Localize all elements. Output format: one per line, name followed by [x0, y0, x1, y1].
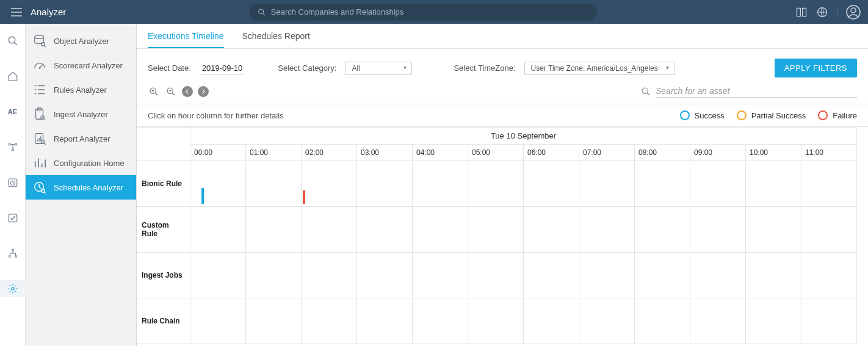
execution-bar-success[interactable] [201, 188, 204, 204]
timeline-cell[interactable] [190, 161, 246, 207]
rail-gear-icon[interactable] [0, 280, 26, 297]
timeline-cell[interactable] [246, 298, 302, 344]
hour-header[interactable]: 07:00 [579, 145, 635, 161]
category-select[interactable]: All [345, 62, 412, 75]
hour-header[interactable]: 01:00 [246, 145, 302, 161]
sidebar-item-scorecard-analyzer[interactable]: Scorecard Analyzer [26, 53, 136, 77]
timeline-cell[interactable] [468, 298, 524, 344]
timeline-cell[interactable] [190, 298, 246, 344]
partial-ring-icon [737, 110, 747, 120]
global-search-input[interactable] [271, 7, 589, 16]
hamburger-menu-icon[interactable] [7, 8, 26, 16]
timeline-cell[interactable] [579, 253, 635, 298]
timeline-cell[interactable] [413, 298, 468, 344]
timeline-cell[interactable] [413, 161, 468, 207]
rail-path-icon[interactable] [0, 139, 26, 156]
timeline-cell[interactable] [190, 253, 246, 298]
timeline-cell[interactable] [801, 161, 857, 207]
timeline-cell[interactable] [190, 207, 246, 253]
timeline-cell[interactable] [690, 253, 746, 298]
timeline-cell[interactable] [357, 161, 413, 207]
book-icon[interactable] [795, 6, 808, 18]
timeline-cell[interactable] [357, 253, 413, 298]
rail-check-icon[interactable] [0, 209, 26, 226]
timeline-cell[interactable] [524, 161, 579, 207]
hour-header[interactable]: 09:00 [690, 145, 746, 161]
timeline-cell[interactable] [468, 253, 524, 298]
timeline-cell[interactable] [302, 207, 357, 253]
timeline-cell[interactable] [746, 207, 801, 253]
timeline-cell[interactable] [801, 298, 857, 344]
sidebar-item-schedules-analyzer[interactable]: Schedules Analyzer [26, 175, 136, 200]
timeline-cell[interactable] [635, 253, 690, 298]
timeline-cell[interactable] [413, 253, 468, 298]
apply-filters-button[interactable]: APPLY FILTERS [775, 59, 857, 77]
timeline-cell[interactable] [801, 253, 857, 298]
sidebar-item-report-analyzer[interactable]: Report Analyzer [26, 126, 136, 151]
sidebar-item-object-analyzer[interactable]: Object Analyzer [26, 29, 136, 53]
timeline-cell[interactable] [690, 207, 746, 253]
rail-org-icon[interactable] [0, 245, 26, 262]
timeline-cell[interactable] [524, 253, 579, 298]
hour-header[interactable]: 03:00 [357, 145, 413, 161]
zoom-out-icon[interactable] [165, 85, 177, 98]
sidebar-item-rules-analyzer[interactable]: Rules Analyzer [26, 77, 136, 102]
timeline-cell[interactable] [579, 207, 635, 253]
timeline-cell[interactable] [468, 161, 524, 207]
rail-ae-text[interactable]: AE [0, 103, 26, 120]
timeline-cell[interactable] [246, 207, 302, 253]
timeline-cell[interactable] [579, 298, 635, 344]
hour-header[interactable]: 04:00 [413, 145, 468, 161]
search-icon [641, 87, 651, 96]
tab-executions-timeline[interactable]: Executions Timeline [148, 31, 224, 48]
timeline-cell[interactable] [302, 161, 357, 207]
timeline-cell[interactable] [746, 253, 801, 298]
timeline-cell[interactable] [468, 207, 524, 253]
timeline-cell[interactable] [690, 298, 746, 344]
rail-home-icon[interactable] [0, 68, 26, 85]
hour-header[interactable]: 11:00 [801, 145, 857, 161]
prev-arrow-icon[interactable] [182, 86, 193, 97]
execution-bar-failure[interactable] [303, 190, 305, 204]
timeline-row-label: Custom Rule [137, 207, 190, 253]
hour-header[interactable]: 06:00 [524, 145, 579, 161]
tab-schedules-report[interactable]: Schedules Report [242, 31, 310, 48]
asset-search-input[interactable] [656, 85, 857, 98]
timeline-cell[interactable] [690, 161, 746, 207]
timeline-cell[interactable] [746, 161, 801, 207]
next-arrow-icon[interactable] [198, 86, 209, 97]
timeline-cell[interactable] [635, 298, 690, 344]
rail-clock-icon[interactable] [0, 174, 26, 191]
timeline-cell[interactable] [524, 298, 579, 344]
timeline-cell[interactable] [524, 207, 579, 253]
timeline-cell[interactable] [357, 298, 413, 344]
timeline-cell[interactable] [635, 161, 690, 207]
hour-header[interactable]: 10:00 [746, 145, 801, 161]
timeline-cell[interactable] [801, 207, 857, 253]
sidebar-item-ingest-analyzer[interactable]: Ingest Analyzer [26, 102, 136, 126]
timeline-cell[interactable] [579, 161, 635, 207]
rail-search-icon[interactable] [0, 32, 26, 49]
timeline-cell[interactable] [302, 298, 357, 344]
user-avatar-icon[interactable] [846, 5, 861, 20]
hour-header[interactable]: 05:00 [468, 145, 524, 161]
global-search[interactable] [249, 4, 597, 21]
legend-failure: Failure [818, 110, 857, 120]
hour-header[interactable]: 00:00 [190, 145, 246, 161]
zoom-in-icon[interactable] [148, 85, 160, 98]
timeline-cell[interactable] [246, 161, 302, 207]
hour-header[interactable]: 02:00 [302, 145, 357, 161]
sidebar-item-label: Ingest Analyzer [54, 110, 108, 119]
timeline-cell[interactable] [302, 253, 357, 298]
hour-header[interactable]: 08:00 [635, 145, 690, 161]
timeline-cell[interactable] [746, 298, 801, 344]
date-picker[interactable]: 2019-09-10 [200, 62, 245, 74]
timeline-cell[interactable] [246, 253, 302, 298]
timeline-cell[interactable] [413, 207, 468, 253]
timeline-cell[interactable] [635, 207, 690, 253]
sidebar-item-configuration-home[interactable]: Configuration Home [26, 151, 136, 175]
globe-icon[interactable] [816, 6, 828, 18]
svg-point-5 [9, 37, 15, 43]
timezone-select[interactable]: User Time Zone: America/Los_Angeles [524, 62, 675, 75]
timeline-cell[interactable] [357, 207, 413, 253]
